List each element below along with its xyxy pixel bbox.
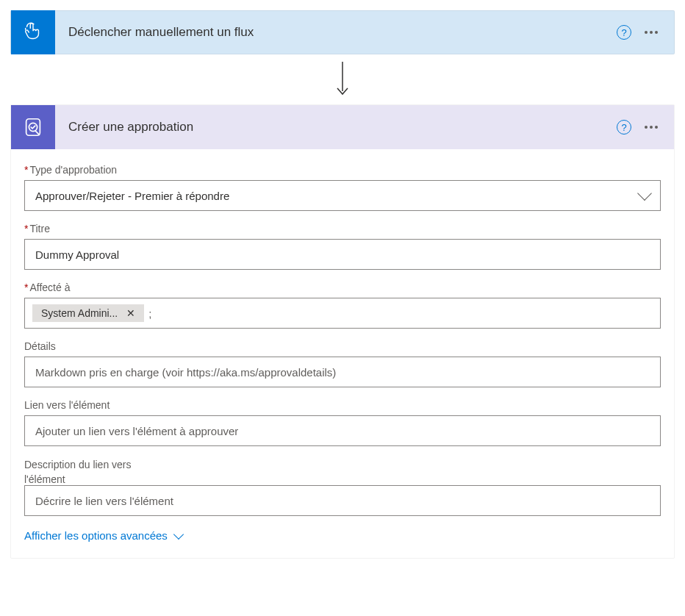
action-card: Créer une approbation ? Type d'approbati…: [10, 104, 675, 559]
details-input[interactable]: [35, 366, 650, 379]
assigned-to-label: Affecté à: [24, 282, 661, 293]
item-link-input[interactable]: [35, 425, 650, 437]
action-title: Créer une approbation: [55, 120, 617, 135]
trigger-title: Déclencher manuellement un flux: [55, 25, 617, 40]
manual-trigger-icon: [11, 10, 55, 54]
trigger-card[interactable]: Déclencher manuellement un flux ?: [10, 10, 675, 54]
approval-type-label: Type d'approbation: [24, 164, 661, 176]
details-label: Détails: [24, 340, 661, 352]
remove-token-icon[interactable]: ✕: [123, 307, 138, 319]
approval-type-select[interactable]: Approuver/Rejeter - Premier à répondre: [24, 180, 661, 211]
token-separator: ;: [148, 307, 151, 320]
title-input[interactable]: [35, 248, 650, 261]
help-icon[interactable]: ?: [617, 25, 631, 40]
show-advanced-options[interactable]: Afficher les options avancées: [24, 516, 661, 542]
assignee-name: System Admini...: [41, 307, 118, 319]
approval-icon: [11, 105, 55, 149]
item-link-label: Lien vers l'élément: [24, 399, 661, 411]
action-header[interactable]: Créer une approbation ?: [11, 105, 674, 149]
item-link-desc-input[interactable]: [35, 495, 650, 507]
assigned-to-input[interactable]: System Admini... ✕ ;: [24, 298, 661, 329]
advanced-options-label: Afficher les options avancées: [24, 529, 168, 542]
flow-arrow-connector: [10, 54, 675, 104]
approval-type-value: Approuver/Rejeter - Premier à répondre: [35, 190, 229, 202]
chevron-down-icon: [637, 186, 652, 201]
item-link-desc-label: Description du lien vers l'élément: [24, 458, 171, 487]
chevron-down-icon: [173, 529, 184, 540]
title-label: Titre: [24, 223, 661, 234]
help-icon[interactable]: ?: [617, 120, 631, 135]
more-menu-icon[interactable]: [645, 31, 658, 34]
assignee-token: System Admini... ✕: [32, 304, 144, 322]
more-menu-icon[interactable]: [645, 126, 658, 129]
